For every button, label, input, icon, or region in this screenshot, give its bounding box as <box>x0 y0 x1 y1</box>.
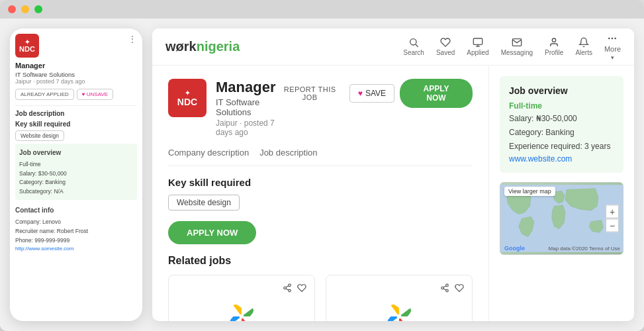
card-top-1 <box>177 283 306 295</box>
browser-panel: wørknigeria Search Saved Applied <box>152 28 634 321</box>
svg-point-0 <box>410 39 416 45</box>
overview-box: Job overview Full-time Salary: ₦30-50,00… <box>500 76 623 173</box>
company-description-link[interactable]: Company description <box>168 148 249 160</box>
job-description-link[interactable]: Job description <box>259 148 317 160</box>
overview-type: Full-time <box>509 101 614 111</box>
card-logo-area-2 <box>334 300 464 321</box>
svg-point-13 <box>446 284 449 287</box>
key-skill-title: Key skill required <box>168 177 473 188</box>
phone-unsave-button[interactable]: ♥ UNSAVE <box>77 89 113 100</box>
svg-line-16 <box>443 289 446 290</box>
share-icon-2[interactable] <box>440 283 449 295</box>
logo: wørknigeria <box>165 39 240 54</box>
save-job-button[interactable]: ♥ SAVE <box>349 84 394 103</box>
job-title: Manager <box>216 79 275 96</box>
mac-maximize-button[interactable] <box>34 5 42 13</box>
overview-salary: Salary: ₦30-50,000 <box>509 113 614 124</box>
job-title-area: Manager IT Software Solutions Jaipur · p… <box>216 79 275 137</box>
phone-overview-salary: Salary: $30-50,000 <box>19 169 133 179</box>
phone-company: IT Software Solutions <box>15 71 137 78</box>
section-links: Company description Job description <box>168 148 473 166</box>
svg-point-14 <box>441 287 444 289</box>
phone-job-description-link[interactable]: Job description <box>15 110 137 117</box>
phone-contact-phone: Phone: 999-999-9999 <box>15 236 137 246</box>
overview-experience: Experience required: 3 years <box>509 141 614 152</box>
nav-messaging[interactable]: Messaging <box>501 37 533 56</box>
report-job-button[interactable]: REPORT THIS JOB <box>275 85 344 101</box>
map-view-larger-label[interactable]: View larger map <box>504 187 555 196</box>
svg-point-18 <box>397 314 402 319</box>
map-zoom-buttons: + − <box>606 205 619 232</box>
map-area: View larger map + − Google Map data ©202… <box>500 182 623 255</box>
phone-location: Jaipur · posted 7 days ago <box>15 78 137 85</box>
share-icon-1[interactable] <box>283 283 292 295</box>
phone-menu-dots[interactable]: ⋮ <box>128 34 137 44</box>
svg-point-12 <box>240 314 244 319</box>
phone-header: ✦ NDC ⋮ <box>15 34 137 58</box>
apply-now-button-main[interactable]: APPLY NOW <box>168 221 256 244</box>
svg-line-17 <box>443 286 446 287</box>
nav-search[interactable]: Search <box>403 37 424 56</box>
svg-line-1 <box>416 44 418 47</box>
map-zoom-out-button[interactable]: − <box>606 219 619 232</box>
nav-profile[interactable]: Profile <box>545 37 563 56</box>
svg-line-10 <box>286 289 289 290</box>
svg-point-6 <box>615 38 616 38</box>
phone-job-title: Manager <box>15 62 137 70</box>
related-jobs-title: Related jobs <box>168 255 473 267</box>
mac-close-button[interactable] <box>8 5 16 13</box>
overview-title: Job overview <box>509 85 614 96</box>
nav-alerts[interactable]: Alerts <box>575 37 592 56</box>
related-job-card-2[interactable]: Senior frontend web developer WorkNigeri… <box>326 275 473 321</box>
map-google-logo: Google <box>504 245 525 252</box>
mac-window: ✦ NDC ⋮ Manager IT Software Solutions Ja… <box>0 0 644 331</box>
svg-point-15 <box>446 289 449 292</box>
save-icon-1[interactable] <box>297 283 306 295</box>
phone-contact-link[interactable]: http://www.somesite.com <box>15 245 137 254</box>
related-jobs-list: Senior frontend web developer WorkNigeri… <box>168 275 473 321</box>
phone-overview-subcategory: Subcategory: N/A <box>19 187 133 197</box>
navbar: wørknigeria Search Saved Applied <box>152 28 634 66</box>
job-sidebar: Job overview Full-time Salary: ₦30-50,00… <box>488 66 634 321</box>
job-main: ✦ NDC Manager IT Software Solutions Jaip… <box>152 66 488 321</box>
mac-titlebar <box>0 0 644 19</box>
phone-overview-box: Job overview Full-time Salary: $30-50,00… <box>15 144 137 200</box>
phone-contact-recruiter: Recruiter name: Robert Frost <box>15 227 137 236</box>
job-company: IT Software Solutions <box>216 97 275 117</box>
overview-category: Category: Banking <box>509 127 614 138</box>
phone-actions: ALREADY APPLIED ♥ UNSAVE <box>15 89 137 100</box>
map-zoom-in-button[interactable]: + <box>606 205 619 218</box>
svg-point-3 <box>553 38 556 42</box>
phone-overview-category: Category: Banking <box>19 178 133 187</box>
phone-overview-type: Full-time <box>19 160 133 169</box>
svg-point-7 <box>289 284 291 287</box>
nav-more[interactable]: More ▾ <box>604 33 621 61</box>
nav-saved[interactable]: Saved <box>436 37 455 56</box>
apply-now-button-header[interactable]: APPLY NOW <box>400 79 473 108</box>
overview-website[interactable]: www.website.com <box>509 154 614 164</box>
skill-tag: Website design <box>168 195 240 211</box>
heart-icon: ♥ <box>358 89 363 98</box>
phone-mockup: ✦ NDC ⋮ Manager IT Software Solutions Ja… <box>10 28 142 321</box>
job-location: Jaipur <box>216 118 238 128</box>
card-top-2 <box>334 283 464 295</box>
company-abbr: NDC <box>177 97 197 107</box>
svg-point-8 <box>284 287 287 289</box>
svg-point-9 <box>289 289 291 292</box>
phone-already-applied-button[interactable]: ALREADY APPLIED <box>15 89 74 100</box>
phone-contact-title: Contact info <box>15 205 137 216</box>
phone-key-skill-title: Key skill required <box>15 120 137 128</box>
job-header: ✦ NDC Manager IT Software Solutions Jaip… <box>168 79 473 137</box>
content-area: ✦ NDC ⋮ Manager IT Software Solutions Ja… <box>0 19 644 331</box>
phone-company-logo: ✦ NDC <box>15 34 39 58</box>
mac-minimize-button[interactable] <box>21 5 29 13</box>
svg-rect-2 <box>473 38 482 44</box>
card-logo-area-1 <box>177 300 306 321</box>
svg-line-11 <box>286 286 289 287</box>
nav-applied[interactable]: Applied <box>467 37 488 56</box>
phone-contact-company: Company: Lenovo <box>15 218 137 227</box>
phone-contact-box: Contact info Company: Lenovo Recruiter n… <box>15 205 137 254</box>
svg-point-5 <box>612 38 613 38</box>
related-job-card-1[interactable]: Senior frontend web developer WorkNigeri… <box>168 275 315 321</box>
save-icon-2[interactable] <box>455 283 464 295</box>
